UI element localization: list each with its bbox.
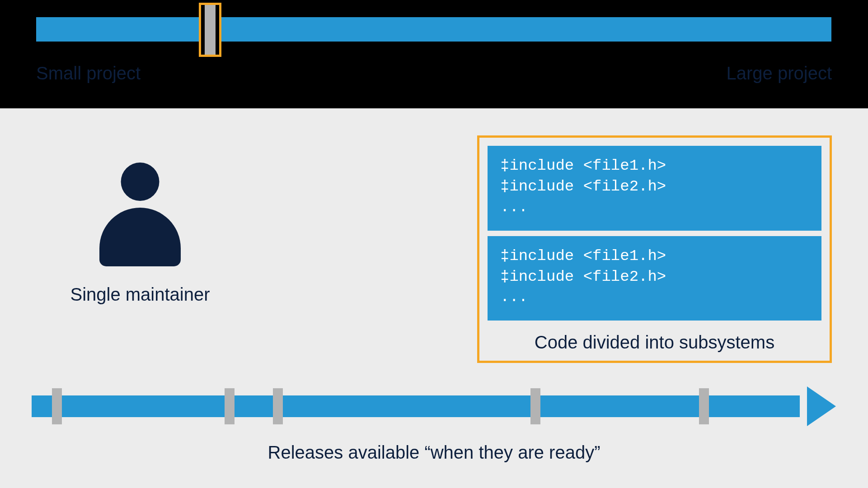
maintainer-label: Single maintainer [54,284,226,305]
timeline-tick [699,388,709,424]
timeline-tick [273,388,283,424]
code-panel: ‡include <file1.h> ‡include <file2.h> ..… [488,146,821,231]
arrowhead-icon [807,386,836,426]
release-timeline [32,388,836,424]
spectrum-bar [36,17,831,42]
person-icon [95,163,185,271]
spectrum-handle-grip [205,5,216,55]
code-subsystems-box: ‡include <file1.h> ‡include <file2.h> ..… [477,135,832,363]
code-panel: ‡include <file1.h> ‡include <file2.h> ..… [488,236,821,321]
timeline-tick [225,388,235,424]
main-area: Single maintainer ‡include <file1.h> ‡in… [0,108,868,488]
spectrum-right-label: Large project [727,63,832,84]
maintainer-block: Single maintainer [54,163,226,305]
timeline-tick [530,388,540,424]
timeline-bar [32,395,800,417]
timeline-tick [52,388,62,424]
project-size-spectrum: Small project Large project [0,0,868,108]
code-box-label: Code divided into subsystems [488,326,821,356]
spectrum-handle[interactable] [199,3,221,57]
spectrum-left-label: Small project [36,63,141,84]
timeline-label: Releases available “when they are ready” [0,442,868,463]
